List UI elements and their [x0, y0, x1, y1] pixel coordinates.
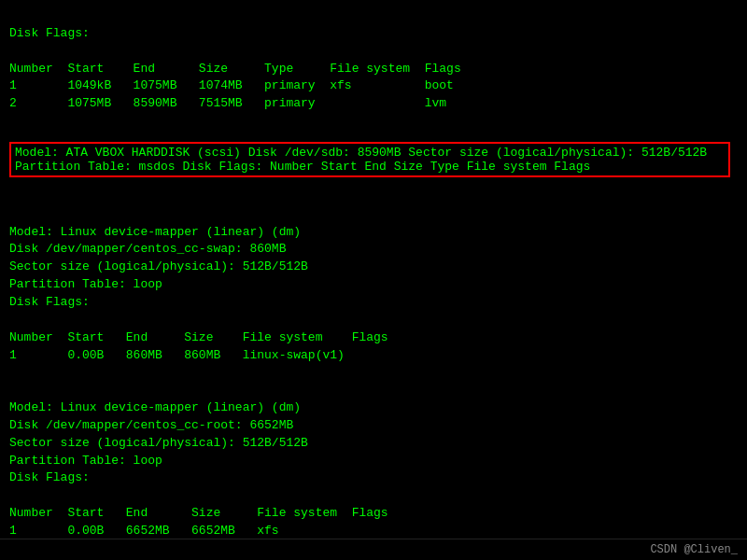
highlighted-disk-block: Model: ATA VBOX HARDDISK (scsi) Disk /de…: [9, 142, 730, 177]
hl-partition: Partition Table: msdos: [15, 160, 182, 174]
section3-row1: 1 0.00B 6652MB 6652MB xfs: [9, 524, 279, 538]
disk-flags-label-top: Disk Flags:: [9, 26, 90, 40]
hl-diskflags: Disk Flags:: [182, 160, 270, 174]
bottom-bar: CSDN @Cliven_: [0, 539, 747, 560]
hl-sector: Sector size (logical/physical): 512B/512…: [408, 146, 707, 160]
highlighted-section-wrapper: Model: ATA VBOX HARDDISK (scsi) Disk /de…: [0, 138, 747, 181]
section3-disk: Disk /dev/mapper/centos_cc-root: 6652MB: [9, 418, 293, 432]
section2-model: Model: Linux device-mapper (linear) (dm): [9, 225, 301, 239]
section3-partition: Partition Table: loop: [9, 454, 162, 468]
table-header-1: Number Start End Size Type File system F…: [9, 62, 461, 76]
table-row-1-1: 1 1049kB 1075MB 1074MB primary xfs boot: [9, 78, 454, 92]
section2-sector: Sector size (logical/physical): 512B/512…: [9, 259, 308, 273]
section2-row1: 1 0.00B 860MB 860MB linux-swap(v1): [9, 348, 345, 362]
table-row-1-2: 2 1075MB 8590MB 7515MB primary lvm: [9, 96, 446, 110]
section3-sector: Sector size (logical/physical): 512B/512…: [9, 436, 308, 450]
terminal-window: Disk Flags: Number Start End Size Type F…: [0, 0, 747, 138]
hl-disk: Disk /dev/sdb: 8590MB: [248, 146, 409, 160]
section3-diskflags: Disk Flags:: [9, 470, 90, 484]
section2-disk: Disk /dev/mapper/centos_cc-swap: 860MB: [9, 242, 286, 256]
section3-header: Number Start End Size File system Flags: [9, 506, 388, 520]
section2-header: Number Start End Size File system Flags: [9, 330, 388, 344]
hl-model: Model: ATA VBOX HARDDISK (scsi): [15, 146, 248, 160]
section2-partition: Partition Table: loop: [9, 277, 162, 291]
section2-diskflags: Disk Flags:: [9, 295, 90, 309]
section3-model: Model: Linux device-mapper (linear) (dm): [9, 400, 301, 414]
terminal-section-2: Model: Linux device-mapper (linear) (dm)…: [0, 181, 747, 560]
hl-table-header: Number Start End Size Type File system F…: [270, 160, 590, 174]
bottom-right: CSDN @Cliven_: [650, 543, 738, 556]
